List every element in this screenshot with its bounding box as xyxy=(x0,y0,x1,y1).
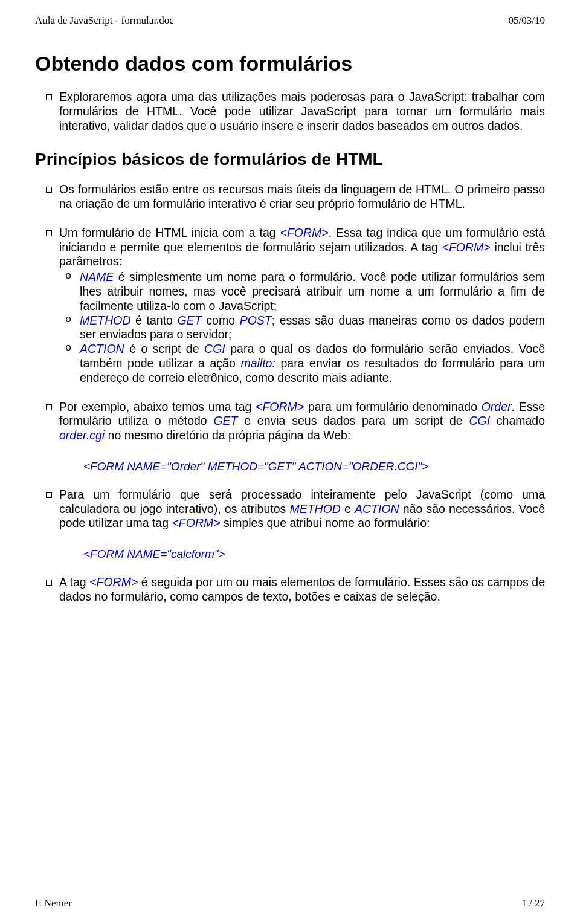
body-list-2: Para um formulário que será processado i… xyxy=(35,488,545,531)
keyword-name: NAME xyxy=(80,270,114,283)
keyword-cgi: CGI xyxy=(204,342,225,355)
text: chamado xyxy=(490,414,545,427)
heading-2: Princípios básicos de formulários de HTM… xyxy=(35,150,545,169)
form-tag: <FORM> xyxy=(442,241,491,254)
form-tag: <FORM> xyxy=(172,516,220,529)
keyword-get: GET xyxy=(213,414,237,427)
text: e envia seus dados para um script de xyxy=(238,414,469,427)
text: simples que atribui nome ao formulário: xyxy=(221,516,430,529)
text: no mesmo diretório da própria página da … xyxy=(105,428,350,442)
header-right: 05/03/10 xyxy=(509,15,545,27)
header-left: Aula de JavaScript - formular.doc xyxy=(35,15,174,27)
page-footer: E Nemer 1 / 27 xyxy=(35,897,545,909)
keyword-method: METHOD xyxy=(289,502,341,515)
document-page: Aula de JavaScript - formular.doc 05/03/… xyxy=(0,0,580,924)
keyword-post: POST xyxy=(240,314,272,327)
bullet-2: Um formulário de HTML inicia com a tag <… xyxy=(35,226,545,386)
sub-item-action: ACTION é o script de CGI para o qual os … xyxy=(59,342,545,385)
keyword-method: METHOD xyxy=(80,314,131,327)
sub-list: NAME é simplesmente um nome para o formu… xyxy=(59,270,545,385)
body-list-3: A tag <FORM> é seguida por um ou mais el… xyxy=(35,575,545,604)
form-tag: <FORM> xyxy=(280,226,329,239)
keyword-ordercgi: order.cgi xyxy=(59,428,105,442)
text: A tag xyxy=(59,575,89,589)
form-tag: <FORM> xyxy=(256,400,304,413)
footer-right: 1 / 27 xyxy=(521,897,545,909)
keyword-action: ACTION xyxy=(355,502,399,515)
sub-item-method: METHOD é tanto GET como POST; essas são … xyxy=(59,314,545,343)
keyword-order: Order xyxy=(482,400,512,413)
text: Por exemplo, abaixo temos uma tag xyxy=(59,400,256,413)
text: é tanto xyxy=(131,314,178,327)
text: como xyxy=(202,314,240,327)
text: e xyxy=(341,502,355,515)
keyword-cgi: CGI xyxy=(469,414,490,427)
page-header: Aula de JavaScript - formular.doc 05/03/… xyxy=(35,15,545,27)
code-example-1: <FORM NAME="Order" METHOD="GET" ACTION="… xyxy=(83,460,545,473)
heading-1: Obtendo dados com formulários xyxy=(35,52,545,76)
intro-list: Exploraremos agora uma das utilizações m… xyxy=(35,90,545,133)
sub-item-name: NAME é simplesmente um nome para o formu… xyxy=(59,270,545,313)
text: Um formulário de HTML inicia com a tag xyxy=(59,226,280,239)
text: é o script de xyxy=(124,342,204,355)
footer-left: E Nemer xyxy=(35,897,72,909)
keyword-action: ACTION xyxy=(80,342,124,355)
text: é simplesmente um nome para o formulário… xyxy=(80,270,545,312)
body-list-1: Os formulários estão entre os recursos m… xyxy=(35,183,545,443)
bullet-3: Por exemplo, abaixo temos uma tag <FORM>… xyxy=(35,400,545,443)
text: para um formulário denominado xyxy=(304,400,481,413)
intro-item: Exploraremos agora uma das utilizações m… xyxy=(35,90,545,133)
bullet-1: Os formulários estão entre os recursos m… xyxy=(35,183,545,212)
bullet-4: Para um formulário que será processado i… xyxy=(35,488,545,531)
form-tag: <FORM> xyxy=(89,575,138,589)
bullet-5: A tag <FORM> é seguida por um ou mais el… xyxy=(35,575,545,604)
code-example-2: <FORM NAME="calcform"> xyxy=(83,548,545,561)
keyword-mailto: mailto: xyxy=(240,357,275,370)
keyword-get: GET xyxy=(178,314,202,327)
